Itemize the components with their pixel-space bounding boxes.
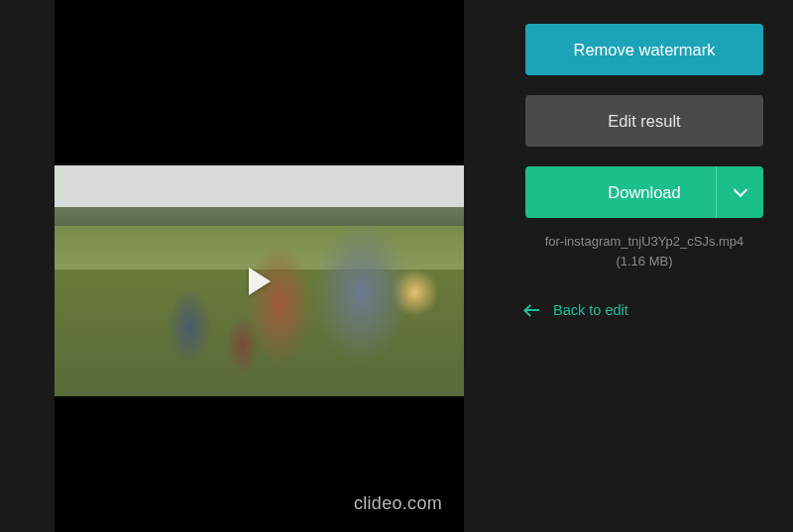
- video-frame: clideo.com: [55, 0, 464, 532]
- side-panel: Remove watermark Edit result Download fo…: [496, 0, 793, 532]
- edit-result-button[interactable]: Edit result: [525, 95, 763, 147]
- download-button[interactable]: Download: [525, 166, 763, 218]
- video-still: [55, 165, 464, 396]
- preview-panel: clideo.com: [0, 0, 496, 532]
- back-to-edit-link[interactable]: Back to edit: [525, 302, 763, 318]
- download-options-toggle[interactable]: [716, 166, 763, 218]
- watermark-text: clideo.com: [354, 493, 442, 514]
- arrow-left-icon: [525, 309, 539, 311]
- play-icon[interactable]: [249, 267, 271, 295]
- remove-watermark-button[interactable]: Remove watermark: [525, 24, 763, 75]
- chevron-down-icon: [733, 183, 746, 197]
- file-meta: for-instagram_tnjU3Yp2_cSJs.mp4 (1.16 MB…: [525, 232, 763, 270]
- remove-watermark-label: Remove watermark: [573, 41, 715, 59]
- download-label: Download: [608, 183, 680, 202]
- back-label: Back to edit: [553, 302, 628, 318]
- file-size: (1.16 MB): [525, 252, 763, 271]
- file-name: for-instagram_tnjU3Yp2_cSJs.mp4: [525, 232, 763, 252]
- edit-result-label: Edit result: [608, 112, 680, 131]
